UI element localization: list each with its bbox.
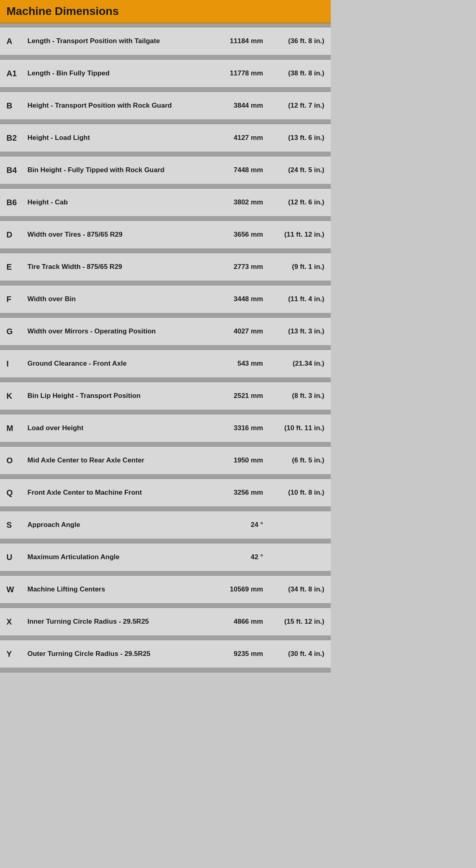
row-value-imperial: (13 ft. 3 in.): [266, 323, 331, 340]
row-value-imperial: [266, 520, 331, 530]
row-value-mm: 7448 mm: [202, 161, 266, 179]
row-divider: [0, 314, 331, 318]
row-id: B6: [0, 193, 24, 212]
table-row: KBin Lip Height - Transport Position2521…: [0, 382, 331, 410]
row-value-mm: 3656 mm: [202, 226, 266, 244]
row-divider: [0, 281, 331, 285]
row-id: O: [0, 451, 24, 470]
row-label: Outer Turning Circle Radius - 29.5R25: [24, 645, 202, 663]
row-value-mm: 2773 mm: [202, 258, 266, 276]
row-id: B: [0, 96, 24, 115]
row-label: Width over Mirrors - Operating Position: [24, 323, 202, 340]
row-value-imperial: (10 ft. 8 in.): [266, 484, 331, 502]
row-label: Inner Turning Circle Radius - 29.5R25: [24, 613, 202, 631]
row-id: K: [0, 387, 24, 406]
row-value-imperial: (34 ft. 8 in.): [266, 581, 331, 598]
row-divider: [0, 668, 331, 672]
table-row: MLoad over Height3316 mm(10 ft. 11 in.): [0, 414, 331, 443]
row-id: I: [0, 354, 24, 373]
row-value-mm: 9235 mm: [202, 645, 266, 663]
table-row: UMaximum Articulation Angle42 °: [0, 543, 331, 572]
dimensions-table: ALength - Transport Position with Tailga…: [0, 23, 331, 672]
row-value-imperial: (8 ft. 3 in.): [266, 387, 331, 405]
row-divider: [0, 507, 331, 511]
table-row: FWidth over Bin3448 mm(11 ft. 4 in.): [0, 285, 331, 314]
table-row: YOuter Turning Circle Radius - 29.5R2592…: [0, 640, 331, 668]
row-value-mm: 3256 mm: [202, 484, 266, 502]
row-id: Y: [0, 645, 24, 664]
row-label: Height - Cab: [24, 194, 202, 211]
row-value-mm: 42 °: [202, 548, 266, 566]
row-id: M: [0, 419, 24, 438]
row-label: Width over Tires - 875/65 R29: [24, 226, 202, 244]
row-label: Front Axle Center to Machine Front: [24, 484, 202, 502]
row-divider: [0, 152, 331, 156]
row-id: F: [0, 290, 24, 309]
row-value-mm: 4027 mm: [202, 323, 266, 340]
row-label: Height - Load Light: [24, 129, 202, 147]
row-value-mm: 3802 mm: [202, 194, 266, 211]
row-label: Maximum Articulation Angle: [24, 548, 202, 566]
row-divider: [0, 475, 331, 479]
row-id: B2: [0, 129, 24, 148]
row-value-mm: 3448 mm: [202, 290, 266, 308]
row-value-mm: 1950 mm: [202, 452, 266, 469]
row-divider: [0, 443, 331, 447]
row-id: G: [0, 322, 24, 341]
row-value-imperial: (10 ft. 11 in.): [266, 419, 331, 437]
row-value-mm: 543 mm: [202, 355, 266, 373]
row-value-imperial: (11 ft. 4 in.): [266, 290, 331, 308]
row-divider: [0, 185, 331, 189]
row-value-imperial: (36 ft. 8 in.): [266, 32, 331, 50]
row-value-mm: 3844 mm: [202, 97, 266, 114]
row-value-mm: 3316 mm: [202, 419, 266, 437]
table-row: A1Length - Bin Fully Tipped11778 mm(38 f…: [0, 60, 331, 88]
row-label: Tire Track Width - 875/65 R29: [24, 258, 202, 276]
table-row: B2Height - Load Light4127 mm(13 ft. 6 in…: [0, 124, 331, 152]
row-divider: [0, 572, 331, 576]
row-label: Ground Clearance - Front Axle: [24, 355, 202, 373]
row-label: Width over Bin: [24, 290, 202, 308]
table-row: OMid Axle Center to Rear Axle Center1950…: [0, 447, 331, 475]
row-value-imperial: (15 ft. 12 in.): [266, 613, 331, 631]
row-value-mm: 11778 mm: [202, 65, 266, 82]
row-divider: [0, 249, 331, 253]
row-value-imperial: (30 ft. 4 in.): [266, 645, 331, 663]
row-value-mm: 4127 mm: [202, 129, 266, 147]
row-id: W: [0, 580, 24, 599]
row-divider: [0, 23, 331, 27]
table-row: GWidth over Mirrors - Operating Position…: [0, 318, 331, 346]
row-value-mm: 2521 mm: [202, 387, 266, 405]
row-value-imperial: (9 ft. 1 in.): [266, 258, 331, 276]
row-label: Length - Bin Fully Tipped: [24, 65, 202, 82]
row-id: E: [0, 258, 24, 277]
row-label: Bin Height - Fully Tipped with Rock Guar…: [24, 161, 202, 179]
row-divider: [0, 604, 331, 608]
row-id: B4: [0, 161, 24, 180]
table-row: IGround Clearance - Front Axle543 mm(21.…: [0, 350, 331, 378]
table-row: ALength - Transport Position with Tailga…: [0, 27, 331, 56]
row-id: D: [0, 225, 24, 244]
row-id: A: [0, 32, 24, 51]
table-row: SApproach Angle24 °: [0, 511, 331, 539]
row-value-mm: 10569 mm: [202, 581, 266, 598]
row-divider: [0, 120, 331, 124]
row-id: S: [0, 516, 24, 535]
row-divider: [0, 378, 331, 382]
table-row: WMachine Lifting Centers10569 mm(34 ft. …: [0, 576, 331, 604]
row-divider: [0, 346, 331, 350]
row-value-imperial: [266, 552, 331, 562]
row-value-mm: 11184 mm: [202, 32, 266, 50]
row-value-imperial: (13 ft. 6 in.): [266, 129, 331, 147]
row-value-imperial: (12 ft. 7 in.): [266, 97, 331, 114]
row-value-imperial: (38 ft. 8 in.): [266, 65, 331, 82]
row-label: Machine Lifting Centers: [24, 581, 202, 598]
table-row: XInner Turning Circle Radius - 29.5R2548…: [0, 608, 331, 636]
table-row: BHeight - Transport Position with Rock G…: [0, 92, 331, 120]
row-divider: [0, 217, 331, 221]
table-row: QFront Axle Center to Machine Front3256 …: [0, 479, 331, 507]
row-label: Length - Transport Position with Tailgat…: [24, 32, 202, 50]
table-row: B6Height - Cab3802 mm(12 ft. 6 in.): [0, 189, 331, 217]
row-label: Bin Lip Height - Transport Position: [24, 387, 202, 405]
row-id: X: [0, 612, 24, 631]
